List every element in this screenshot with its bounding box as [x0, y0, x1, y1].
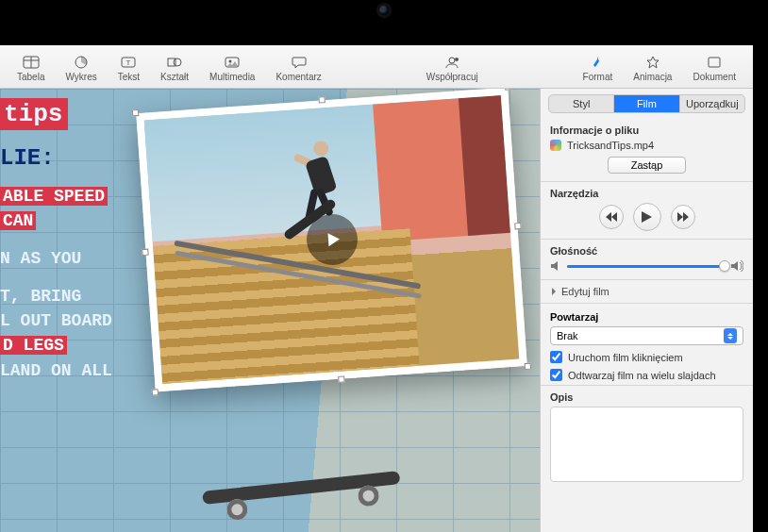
resize-handle[interactable] — [132, 109, 139, 116]
chart-icon — [71, 54, 92, 71]
resize-handle[interactable] — [514, 223, 521, 229]
tab-styl[interactable]: Styl — [549, 95, 614, 112]
checkbox-play-across-slides[interactable]: Odtwarzaj film na wielu slajdach — [550, 369, 743, 381]
toolbar-komentarz[interactable]: Komentarz — [266, 52, 330, 82]
volume-slider[interactable] — [567, 265, 725, 268]
svg-point-11 — [455, 58, 459, 61]
movie-poster — [144, 95, 520, 384]
rewind-icon — [606, 212, 617, 222]
toolbar-format[interactable]: Format — [574, 52, 623, 82]
edit-movie-label: Edytuj film — [561, 286, 609, 297]
forward-button[interactable] — [671, 205, 695, 229]
body-line: N AS YOU — [0, 249, 81, 268]
toolbar-label: Wykres — [65, 72, 96, 82]
toolbar-label: Multimedia — [209, 72, 255, 82]
resize-handle[interactable] — [152, 389, 159, 395]
volume-low-icon — [550, 260, 561, 272]
media-icon — [222, 54, 242, 71]
section-repeat: Powtarzaj Brak Uruchom film kliknięciem … — [541, 304, 753, 386]
svg-text:T: T — [126, 58, 131, 67]
toolbar-ksztalt[interactable]: Kształt — [151, 52, 198, 82]
format-inspector: Styl Film Uporządkuj Informacje o pliku … — [540, 89, 753, 532]
filename-label: TricksandTips.mp4 — [567, 140, 654, 151]
toolbar: Tabela Wykres T Tekst Kształt Multimedia — [0, 45, 753, 89]
format-icon — [587, 54, 608, 71]
subheading-lie: LIE: — [0, 145, 112, 171]
inspector-tabs: Styl Film Uporządkuj — [548, 94, 745, 113]
chevron-right-icon — [550, 288, 558, 295]
repeat-select[interactable]: Brak — [550, 326, 743, 345]
svg-rect-12 — [709, 58, 720, 67]
repeat-heading: Powtarzaj — [550, 311, 743, 323]
checkbox-label: Uruchom film kliknięciem — [568, 352, 683, 363]
document-icon — [704, 54, 725, 71]
volume-high-icon — [730, 260, 743, 272]
camera-dot — [379, 6, 389, 15]
play-icon — [322, 229, 342, 249]
toolbar-label: Tekst — [118, 72, 140, 82]
section-volume: Głośność — [541, 240, 753, 280]
slide-canvas[interactable]: tips LIE: ABLE SPEED CAN N AS YOU T, BRI… — [0, 89, 540, 532]
section-description: Opis — [541, 386, 753, 493]
edit-movie-disclosure[interactable]: Edytuj film — [541, 280, 753, 304]
resize-handle[interactable] — [525, 363, 531, 370]
play-button[interactable] — [633, 203, 661, 231]
toolbar-label: Tabela — [17, 72, 44, 82]
checkbox-start-on-click[interactable]: Uruchom film kliknięciem — [550, 351, 743, 363]
toolbar-label: Współpracuj — [426, 72, 478, 82]
movie-file-icon — [550, 140, 561, 151]
toolbar-multimedia[interactable]: Multimedia — [200, 52, 264, 82]
tools-heading: Narzędzia — [550, 188, 743, 199]
table-icon — [21, 54, 42, 71]
movie-object[interactable] — [136, 89, 527, 391]
toolbar-label: Komentarz — [275, 72, 321, 82]
toolbar-animacja[interactable]: Animacja — [624, 52, 681, 82]
toolbar-wykres[interactable]: Wykres — [56, 52, 106, 82]
movie-frame — [136, 89, 527, 391]
slide-text-block: tips LIE: ABLE SPEED CAN N AS YOU T, BRI… — [0, 89, 112, 383]
description-heading: Opis — [550, 391, 743, 403]
resize-handle[interactable] — [338, 375, 344, 382]
svg-point-7 — [174, 58, 181, 66]
comment-icon — [289, 54, 309, 71]
body-line: L OUT BOARD — [0, 311, 112, 330]
toolbar-wspolpracuj[interactable]: Współpracuj — [417, 52, 488, 82]
shape-icon — [164, 54, 185, 71]
repeat-value: Brak — [557, 330, 578, 341]
animate-icon — [643, 54, 663, 71]
svg-point-10 — [449, 58, 455, 63]
toolbar-label: Kształt — [160, 72, 189, 82]
replace-button[interactable]: Zastąp — [608, 157, 687, 174]
resize-handle[interactable] — [142, 249, 148, 256]
text-icon: T — [118, 54, 139, 71]
forward-icon — [677, 212, 689, 222]
toolbar-dokument[interactable]: Dokument — [683, 52, 745, 82]
play-icon — [642, 211, 652, 223]
device-frame: Tabela Wykres T Tekst Kształt Multimedia — [0, 0, 768, 532]
svg-point-9 — [229, 59, 232, 62]
title-badge: tips — [0, 98, 68, 130]
toolbar-label: Dokument — [693, 72, 736, 82]
checkbox-input[interactable] — [550, 351, 562, 363]
checkbox-input[interactable] — [550, 369, 562, 381]
hl-text: D LEGS — [0, 336, 67, 355]
file-info-heading: Informacje o pliku — [550, 125, 743, 136]
section-file-info: Informacje o pliku TricksandTips.mp4 Zas… — [541, 119, 753, 182]
app-window: Tabela Wykres T Tekst Kształt Multimedia — [0, 45, 753, 532]
volume-heading: Głośność — [550, 245, 743, 257]
toolbar-label: Animacja — [633, 72, 672, 82]
resize-handle[interactable] — [318, 96, 325, 103]
description-textarea[interactable] — [550, 407, 743, 482]
body-line: LAND ON ALL — [0, 361, 112, 380]
toolbar-tekst[interactable]: T Tekst — [109, 52, 149, 82]
hl-text: CAN — [0, 211, 36, 230]
collaborate-icon — [442, 54, 462, 71]
rewind-button[interactable] — [599, 205, 624, 229]
toolbar-tabela[interactable]: Tabela — [8, 52, 54, 82]
toolbar-label: Format — [583, 72, 613, 82]
tab-uporzadkuj[interactable]: Uporządkuj — [680, 95, 744, 112]
tab-film[interactable]: Film — [614, 95, 679, 112]
hl-text: ABLE SPEED — [0, 187, 108, 206]
section-tools: Narzędzia — [541, 182, 753, 240]
checkbox-label: Odtwarzaj film na wielu slajdach — [568, 370, 716, 381]
